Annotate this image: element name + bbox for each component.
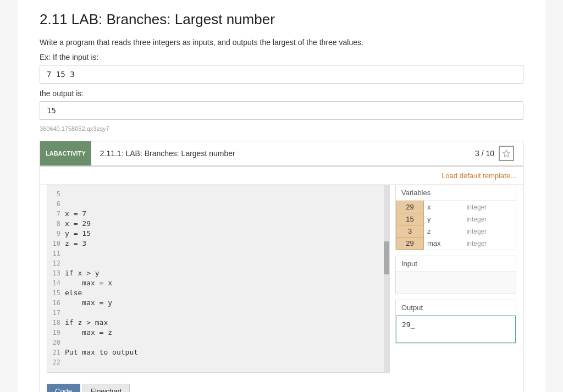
line-number: 7 <box>47 209 65 218</box>
line-number: 22 <box>47 358 65 366</box>
output-field: 29_ <box>396 316 516 343</box>
line-number: 10 <box>47 239 65 247</box>
line-content: Put max to output <box>65 348 138 356</box>
code-line: 9y = 15 <box>47 229 389 239</box>
line-content: max = z <box>65 328 112 336</box>
code-line: 8x = 29 <box>47 219 389 229</box>
line-content: y = 15 <box>65 229 91 238</box>
var-type: integer <box>463 225 516 238</box>
tab-code[interactable]: Code <box>47 384 80 392</box>
var-value: 29 <box>396 201 424 213</box>
line-content: z = 3 <box>65 239 86 247</box>
score-badge <box>499 146 514 161</box>
code-line: 16 max = y <box>47 299 389 308</box>
var-name: x <box>424 201 463 213</box>
code-line: 14 max = x <box>47 279 389 289</box>
var-value: 29 <box>396 238 424 250</box>
code-editor[interactable]: 567x = 78x = 299y = 1510z = 3111213if x … <box>47 185 390 373</box>
code-line: 18if z > max <box>47 318 389 328</box>
code-line: 11 <box>47 249 389 259</box>
code-line: 21Put max to output <box>47 348 389 358</box>
load-template-bar: Load default template... <box>40 167 523 185</box>
svg-marker-0 <box>503 150 510 157</box>
input-section-header: Input <box>396 256 516 272</box>
var-name: z <box>424 225 463 238</box>
code-lines: 567x = 78x = 299y = 1510z = 3111213if x … <box>47 185 389 372</box>
line-content: x = 29 <box>65 219 91 228</box>
var-type: integer <box>463 213 516 225</box>
line-number: 5 <box>47 190 65 198</box>
code-line: 15else <box>47 289 389 299</box>
ex-label: Ex: If the input is: <box>40 53 523 62</box>
lab-activity-score: 3 / 10 <box>466 141 523 165</box>
code-line: 22 <box>47 358 389 368</box>
variables-header: Variables <box>396 185 516 201</box>
example-input-box: 7 15 3 <box>40 65 523 84</box>
scrollbar-thumb[interactable] <box>384 241 389 274</box>
var-name: y <box>424 213 463 225</box>
line-number: 9 <box>47 229 65 238</box>
line-number: 15 <box>47 289 65 297</box>
line-number: 8 <box>47 219 65 228</box>
line-number: 21 <box>47 348 65 356</box>
page-title: 2.11 LAB: Branches: Largest number <box>40 11 523 28</box>
var-type: integer <box>463 238 516 250</box>
line-number: 19 <box>47 328 65 336</box>
line-content: max = x <box>65 279 112 287</box>
variables-table: 29 x integer 15 y integer 3 z integer 29… <box>396 201 516 250</box>
line-number: 13 <box>47 269 65 277</box>
variable-row: 29 x integer <box>396 201 516 213</box>
lab-activity-bar: LAB ACTIVITY 2.11.1: LAB: Branches: Larg… <box>40 141 523 166</box>
line-content: max = y <box>65 299 112 307</box>
code-line: 20 <box>47 338 389 348</box>
var-value: 15 <box>396 213 424 225</box>
scrollbar-track[interactable] <box>384 185 389 372</box>
meta-id: 360640.1758052.qx3zqy7 <box>40 125 523 132</box>
lab-panel: Load default template... 567x = 78x = 29… <box>40 166 523 392</box>
lab-activity-title: 2.11.1: LAB: Branches: Largest number <box>91 141 466 165</box>
lab-activity-label: LAB ACTIVITY <box>40 141 91 165</box>
line-number: 18 <box>47 318 65 327</box>
input-field[interactable] <box>396 272 516 294</box>
code-line: 19 max = z <box>47 328 389 338</box>
load-template-link[interactable]: Load default template... <box>441 172 516 180</box>
line-content: x = 7 <box>65 209 86 218</box>
code-line: 13if x > y <box>47 269 389 279</box>
input-section: Input <box>395 256 516 294</box>
line-number: 12 <box>47 259 65 267</box>
output-section: Output 29_ <box>395 300 516 344</box>
variables-section: Variables 29 x integer 15 y integer 3 z … <box>395 185 516 250</box>
variable-row: 29 max integer <box>396 238 516 250</box>
line-number: 14 <box>47 279 65 287</box>
code-line: 10z = 3 <box>47 239 389 249</box>
code-line: 5 <box>47 190 389 200</box>
line-number: 6 <box>47 200 65 208</box>
line-content: else <box>65 289 82 297</box>
tabs-bar: CodeFlowchart <box>40 379 523 392</box>
var-value: 3 <box>396 225 424 238</box>
variable-row: 15 y integer <box>396 213 516 225</box>
description-text: Write a program that reads three integer… <box>40 37 523 48</box>
variable-row: 3 z integer <box>396 225 516 238</box>
lab-content: 567x = 78x = 299y = 1510z = 3111213if x … <box>40 185 523 379</box>
code-line: 7x = 7 <box>47 209 389 219</box>
code-line: 6 <box>47 200 389 209</box>
var-name: max <box>424 238 463 250</box>
code-line: 17 <box>47 308 389 318</box>
example-output-box: 15 <box>40 101 523 120</box>
output-section-header: Output <box>396 300 516 316</box>
output-label: the output is: <box>40 89 523 98</box>
var-type: integer <box>463 201 516 213</box>
line-content: if x > y <box>65 269 100 277</box>
code-line: 12 <box>47 259 389 269</box>
line-number: 17 <box>47 308 65 317</box>
line-content: if z > max <box>65 318 108 327</box>
line-number: 16 <box>47 299 65 307</box>
line-number: 20 <box>47 338 65 346</box>
tab-flowchart[interactable]: Flowchart <box>82 384 130 392</box>
right-panel: Variables 29 x integer 15 y integer 3 z … <box>395 185 516 373</box>
line-number: 11 <box>47 249 65 257</box>
